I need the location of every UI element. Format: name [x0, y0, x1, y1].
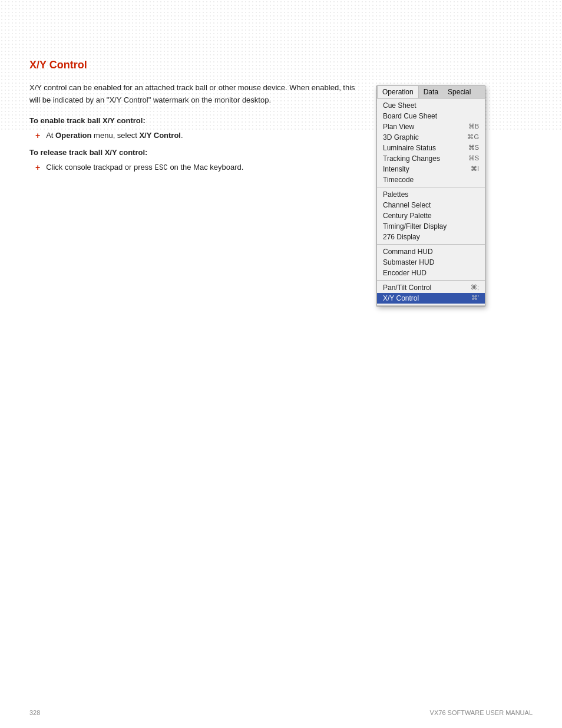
3d-graphic-shortcut: ⌘G: [467, 133, 479, 141]
dropdown-tabs: Operation Data Special: [377, 86, 485, 98]
tab-special[interactable]: Special: [443, 86, 475, 98]
menu-item-276-display[interactable]: 276 Display: [377, 232, 485, 242]
timing-filter-label: Timing/Filter Display: [383, 222, 447, 230]
menu-item-submaster-hud[interactable]: Submaster HUD: [377, 257, 485, 268]
body-paragraph-1: X/Y control can be enabled for an attach…: [29, 82, 359, 107]
menu-item-3d-graphic[interactable]: 3D Graphic ⌘G: [377, 132, 485, 143]
menu-item-intensity[interactable]: Intensity ⌘I: [377, 164, 485, 174]
page-footer: 328 VX76 SOFTWARE USER MANUAL: [29, 709, 533, 716]
tracking-changes-label: Tracking Changes: [383, 154, 440, 163]
menu-item-xy-control[interactable]: X/Y Control ⌘': [377, 293, 485, 304]
operation-bold: Operation: [55, 131, 91, 140]
dropdown-section-4: Pan/Tilt Control ⌘; X/Y Control ⌘': [377, 281, 485, 306]
luminaire-status-shortcut: ⌘S: [468, 144, 479, 152]
menu-item-channel-select[interactable]: Channel Select: [377, 200, 485, 210]
pan-tilt-shortcut: ⌘;: [471, 284, 479, 292]
xy-control-label: X/Y Control: [383, 294, 419, 302]
menu-item-pan-tilt-control[interactable]: Pan/Tilt Control ⌘;: [377, 282, 485, 293]
page-title: X/Y Control: [29, 59, 533, 71]
xy-control-shortcut: ⌘': [471, 294, 479, 302]
plan-view-shortcut: ⌘B: [468, 123, 479, 131]
channel-select-label: Channel Select: [383, 201, 431, 209]
intensity-label: Intensity: [383, 165, 409, 173]
timecode-label: Timecode: [383, 176, 414, 184]
dropdown-section-2: Palettes Channel Select Century Palette …: [377, 187, 485, 245]
menu-item-timecode[interactable]: Timecode: [377, 174, 485, 185]
menu-item-board-cue-sheet[interactable]: Board Cue Sheet: [377, 111, 485, 121]
276-display-label: 276 Display: [383, 233, 420, 241]
bullet-text-1: At Operation menu, select X/Y Control.: [46, 130, 183, 142]
submaster-hud-label: Submaster HUD: [383, 258, 434, 266]
menu-item-palettes[interactable]: Palettes: [377, 189, 485, 200]
page-number: 328: [29, 709, 40, 716]
tracking-changes-shortcut: ⌘S: [468, 154, 479, 163]
menu-item-encoder-hud[interactable]: Encoder HUD: [377, 268, 485, 278]
intensity-shortcut: ⌘I: [471, 165, 479, 173]
century-palette-label: Century Palette: [383, 212, 432, 220]
board-cue-sheet-label: Board Cue Sheet: [383, 112, 437, 120]
menu-item-luminaire-status[interactable]: Luminaire Status ⌘S: [377, 143, 485, 153]
menu-item-tracking-changes[interactable]: Tracking Changes ⌘S: [377, 153, 485, 164]
menu-item-command-hud[interactable]: Command HUD: [377, 246, 485, 257]
menu-item-cue-sheet[interactable]: Cue Sheet: [377, 100, 485, 111]
manual-title: VX76 SOFTWARE USER MANUAL: [430, 709, 533, 716]
plan-view-label: Plan View: [383, 123, 414, 131]
esc-key: ESC: [154, 164, 167, 172]
palettes-label: Palettes: [383, 190, 408, 199]
xy-control-bold: X/Y Control: [139, 131, 181, 140]
bullet-plus-2: +: [35, 162, 40, 174]
dropdown-section-1: Cue Sheet Board Cue Sheet Plan View ⌘B 3…: [377, 98, 485, 187]
bullet-text-2: Click console trackpad or press ESC on t…: [46, 162, 243, 174]
command-hud-label: Command HUD: [383, 248, 433, 256]
operation-dropdown-menu: Operation Data Special Cue Sheet Board C…: [376, 85, 485, 307]
pan-tilt-label: Pan/Tilt Control: [383, 284, 431, 292]
menu-item-plan-view[interactable]: Plan View ⌘B: [377, 121, 485, 132]
3d-graphic-label: 3D Graphic: [383, 133, 419, 141]
dropdown-section-3: Command HUD Submaster HUD Encoder HUD: [377, 245, 485, 281]
tab-operation[interactable]: Operation: [377, 86, 419, 98]
tab-data[interactable]: Data: [419, 86, 443, 98]
menu-item-timing-filter-display[interactable]: Timing/Filter Display: [377, 221, 485, 232]
bullet-plus-1: +: [35, 130, 40, 142]
luminaire-status-label: Luminaire Status: [383, 144, 436, 152]
encoder-hud-label: Encoder HUD: [383, 269, 427, 277]
menu-item-century-palette[interactable]: Century Palette: [377, 210, 485, 221]
cue-sheet-label: Cue Sheet: [383, 101, 416, 110]
